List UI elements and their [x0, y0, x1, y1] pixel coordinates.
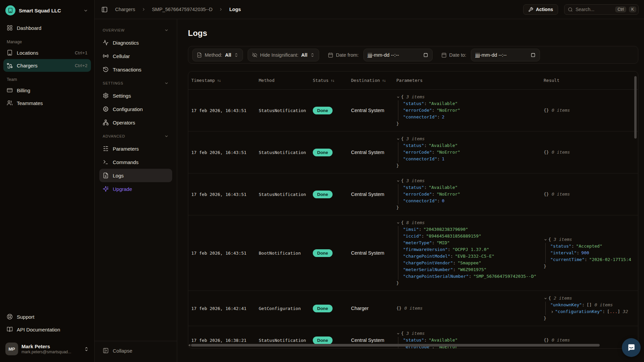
json-line: "connectorId":1	[403, 156, 544, 162]
json-expand-toggle[interactable]	[544, 297, 548, 300]
json-token-colon: :	[572, 243, 574, 250]
json-expand-toggle[interactable]	[396, 179, 401, 183]
calendar-picker-icon[interactable]	[531, 52, 536, 57]
chat-launcher-button[interactable]	[622, 338, 641, 357]
json-expand-toggle[interactable]	[550, 310, 555, 314]
status-badge: Done	[313, 107, 333, 114]
json-token-dots: ...	[610, 308, 617, 315]
chat-bubble-icon	[627, 343, 636, 352]
col-header-destination[interactable]: Destination↑↓	[351, 78, 396, 83]
json-token-str: "Available"	[429, 184, 457, 191]
json-token-str: "EVB-2332-C5-E"	[455, 253, 494, 260]
json-expand-toggle[interactable]	[396, 95, 401, 99]
hide-insignificant-select[interactable]: Hide Insignificant: All	[248, 49, 319, 61]
json-line: "chargePointVendor":"Smappee"	[403, 260, 544, 266]
collapse-sidebar-button[interactable]: Collapse	[103, 345, 169, 357]
collapse-label: Collapse	[113, 348, 132, 354]
json-tree: {}0 items	[544, 187, 638, 202]
table-row[interactable]: 17 feb 2026, 16:42:41GetConfigurationDon…	[188, 291, 638, 326]
date-from-label-group: Date from:	[328, 52, 359, 58]
chevrons-up-down-icon	[84, 347, 89, 352]
json-token-str: "NoError"	[437, 191, 460, 198]
user-menu[interactable]: MP Mark Peters mark.peters@smartsquad...	[3, 341, 91, 357]
sidebar-item-dashboard[interactable]: Dashboard	[3, 21, 91, 34]
json-token-punc: }	[396, 280, 399, 287]
json-token-meta: 3 items	[406, 136, 425, 142]
col-header-timestamp[interactable]: Timestamp↑↓	[191, 78, 259, 83]
table-row[interactable]: 17 feb 2026, 16:43:51StatusNotificationD…	[188, 132, 638, 173]
search-box[interactable]: Ctrl K	[564, 4, 639, 15]
subnav-item-operators[interactable]: Operators	[99, 116, 172, 129]
table-row[interactable]: 17 feb 2026, 16:43:51StatusNotificationD…	[188, 173, 638, 215]
subnav-item-settings[interactable]: Settings	[99, 89, 172, 102]
json-expand-toggle[interactable]	[396, 137, 401, 141]
activity-icon	[103, 40, 109, 46]
search-input[interactable]	[576, 7, 612, 12]
subnav-item-upgrade[interactable]: Upgrade	[99, 182, 172, 196]
sidebar-item-chargers[interactable]: Chargers Ctrl+2	[3, 59, 91, 72]
subnav-item-configuration[interactable]: Configuration	[99, 102, 172, 116]
vertical-scrollbar[interactable]	[634, 76, 637, 139]
subnav-item-commands[interactable]: Commands	[99, 155, 172, 169]
date-to-input[interactable]: jjjj-mm-dd --:--	[471, 49, 540, 61]
terminal-icon	[103, 159, 109, 165]
actions-button[interactable]: Actions	[523, 4, 558, 15]
json-expand-toggle[interactable]	[396, 221, 401, 225]
json-token-key: "connectorId"	[403, 156, 437, 162]
json-expand-toggle[interactable]	[544, 238, 548, 242]
breadcrumb-chargers[interactable]: Chargers	[115, 7, 135, 12]
cell-timestamp: 17 feb 2026, 16:43:51	[191, 251, 259, 256]
sidebar-item-locations[interactable]: Locations Ctrl+1	[3, 46, 91, 59]
col-header-status[interactable]: Status↑↓	[313, 78, 351, 83]
cell-status: Done	[313, 149, 351, 156]
subnav-section-overview[interactable]: OVERVIEW	[103, 28, 169, 33]
sidebar-item-billing[interactable]: Billing	[3, 84, 91, 97]
json-token-str: "8946454831856889159"	[426, 233, 481, 240]
json-line: {}0 items	[544, 191, 638, 198]
col-header-result: Result	[544, 78, 638, 83]
subnav-section-settings[interactable]: SETTINGS	[103, 81, 169, 86]
subnav-item-transactions[interactable]: Transactions	[99, 63, 172, 76]
sliders-icon	[103, 146, 109, 152]
subnav-item-cellular[interactable]: Cellular	[99, 49, 172, 63]
hscroll-left-arrow[interactable]	[188, 344, 190, 347]
file-code-icon	[197, 52, 202, 58]
chevron-down-icon	[164, 28, 169, 33]
subnav-item-label: Transactions	[113, 67, 141, 72]
json-token-key: "status"	[403, 184, 424, 191]
json-token-key: "firmwareVersion"	[403, 246, 448, 253]
table-row[interactable]: 17 feb 2026, 16:43:51BootNotificationDon…	[188, 215, 638, 291]
json-token-str: "Available"	[429, 142, 457, 149]
json-line: }	[544, 315, 638, 322]
status-badge: Done	[313, 191, 333, 198]
subnav-item-parameters[interactable]: Parameters	[99, 142, 172, 155]
json-token-punc: {	[548, 236, 551, 243]
subnav-item-logs[interactable]: Logs	[99, 169, 172, 182]
subnav-item-label: Settings	[113, 93, 131, 99]
sidebar-toggle-button[interactable]	[101, 6, 108, 13]
json-expand-toggle[interactable]	[396, 332, 401, 335]
breadcrumb-charger-id[interactable]: SMP_567664759742035--D	[152, 7, 213, 12]
table-row[interactable]: 17 feb 2026, 16:43:51StatusNotificationD…	[188, 90, 638, 132]
date-from-input[interactable]: jjjj-mm-dd --:--	[363, 49, 433, 61]
json-token-punc: {	[401, 219, 404, 226]
json-token-key: "meterType"	[403, 240, 432, 246]
method-filter-select[interactable]: Method: All	[192, 49, 243, 61]
cell-status: Done	[313, 191, 351, 198]
calendar-picker-icon[interactable]	[423, 52, 428, 57]
sidebar-item-support[interactable]: Support	[3, 310, 91, 323]
sidebar-item-api-documentation[interactable]: API Documentation	[3, 323, 91, 336]
json-line: }	[396, 120, 544, 127]
json-token-punc: }	[544, 315, 546, 322]
wrench-icon	[528, 7, 533, 12]
subnav-item-diagnostics[interactable]: Diagnostics	[99, 36, 172, 49]
horizontal-scrollbar[interactable]	[191, 344, 600, 347]
sidebar-item-teammates[interactable]: Teammates	[3, 97, 91, 109]
json-token-punc: {	[548, 295, 551, 302]
json-token-str: "OCPPJ 1.37.0"	[452, 246, 489, 253]
hide-insignificant-value: All	[301, 52, 307, 58]
subnav-section-label: OVERVIEW	[103, 28, 125, 32]
org-switcher[interactable]: Smart Squad LLC	[3, 4, 91, 17]
json-line: }	[396, 162, 544, 169]
subnav-section-advanced[interactable]: ADVANCED	[103, 134, 169, 139]
